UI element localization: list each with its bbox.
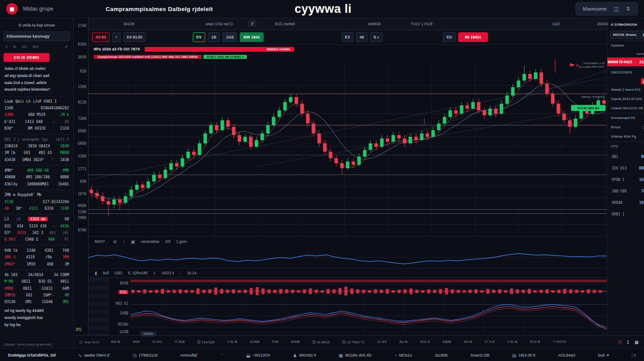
price-alert-banner[interactable]: M0M8 f3-942321/08: [607, 58, 644, 66]
table-row[interactable]: 4M00O811G1013G4M: [4, 285, 70, 292]
toolbar-button[interactable]: E3: [341, 32, 353, 42]
footer-item[interactable]: Suwc9./2B: [470, 353, 489, 357]
panel-icon[interactable]: ▣: [131, 239, 135, 244]
toolbar-button[interactable]: X3 93: [92, 32, 110, 42]
time-axis-label[interactable]: ** FOTO: [553, 340, 567, 345]
tool-row[interactable]: 13aw8 Gb/13137-98◫: [607, 104, 644, 113]
time-axis-label[interactable]: Ⓞ 11 A919: [312, 340, 330, 345]
toolbar-button[interactable]: 95 19411: [458, 32, 488, 42]
table-row[interactable]: O3*4334342 3#4||#|: [4, 229, 70, 236]
grid-red-icon[interactable]: ▦: [641, 78, 644, 84]
time-axis-label[interactable]: 57/2 B: [530, 340, 540, 345]
footer-item[interactable]: ◳(7/M01119: [133, 353, 157, 358]
indicator1-name[interactable]: MOO* .: [95, 239, 107, 244]
table-row[interactable]: b'421C413 O40—AV: [4, 118, 70, 125]
footer-item[interactable]: ▤18(4.00 8: [512, 353, 535, 358]
sidebar-search-input[interactable]: Edsavwannas kanzvagy: [4, 31, 70, 41]
brand-logo-icon[interactable]: ▦: [6, 3, 18, 15]
footer-item[interactable]: ⬓~9O13OV: [246, 353, 271, 358]
time-axis-label[interactable]: 11 9/4: [377, 340, 387, 345]
rsi-line-chart[interactable]: [88, 247, 607, 268]
sidebar-filter-row[interactable]: CIb201600➚: [4, 42, 70, 51]
time-axis-label[interactable]: 1 91 B: [507, 340, 517, 345]
tool-row[interactable]: UTU⋮: [607, 141, 644, 151]
time-axis-label[interactable]: Ⓞ 13 7914 71: [342, 340, 364, 345]
tool-row[interactable]: U 1O9bO/9/1GA⟳: [607, 20, 644, 29]
toolbar-button[interactable]: $ ⌕: [370, 32, 383, 42]
table-row[interactable]: 2M0 m Bqygda0' Mb: [4, 192, 70, 198]
indicator2-pane[interactable]: 8UV0U1G9B3 U11V9B4O18bU1VB: [88, 277, 607, 335]
table-row[interactable]: 9314345319 430—443b: [4, 223, 70, 229]
filter-item[interactable]: 600: [33, 45, 38, 49]
macd-chart[interactable]: [130, 278, 607, 335]
tool-row[interactable]: 3awab 2 awva 913◉: [607, 85, 644, 94]
toolbar-button[interactable]: BW 1941: [240, 32, 264, 42]
alert-strip[interactable]: Eqwqbshmqw 14314034 mq4bw4 m43 (13411) 4…: [94, 55, 202, 59]
footer-item[interactable]: Endelgqa GTaOdiPGL GIl: [8, 353, 56, 357]
time-axis-label[interactable]: 11-9/1: [152, 340, 162, 345]
workspace-switcher[interactable]: Mavesome ◫ ⇅: [575, 2, 638, 15]
table-row[interactable]: M M0O811B3O O14811: [4, 278, 70, 285]
table-row[interactable]: 1MM10GO1IbM*-4M: [4, 292, 70, 298]
time-axis-label[interactable]: P49: [272, 340, 278, 345]
tool-row[interactable]: Vdwhar 8/94 Pg◷: [607, 132, 644, 141]
footer-item[interactable]: | 9: [632, 353, 636, 357]
table-row[interactable]: 4M0*400 G06 G04M8: [4, 167, 70, 173]
candlestick-chart[interactable]: TAVA/MaM81 L4 4bMy auadas MM9 4bF9*.EBMq…: [88, 60, 607, 236]
tool-row[interactable]: Gysawa1: [607, 40, 644, 50]
table-row[interactable]: B 993C948 E904Pl: [4, 236, 70, 243]
table-row[interactable]: 4030*411163103109: [4, 205, 70, 211]
timer-icon[interactable]: ◔: [123, 239, 125, 244]
table-row[interactable]: Laab Qmii Lh iJvP G981 I: [4, 98, 70, 104]
scale-toggle[interactable]: 1: [627, 340, 629, 345]
table-row[interactable]: B38*BM 49326C324: [4, 125, 70, 132]
footer-item[interactable]: ⌃: [220, 353, 224, 357]
time-axis-tab[interactable]: GIVEN: [140, 331, 156, 336]
time-axis-label[interactable]: 1 91 B: [227, 340, 237, 345]
caret-down-icon[interactable]: ▾: [607, 353, 609, 357]
table-row[interactable]: 3384243010 G04243848: [4, 142, 70, 149]
time-axis-label[interactable]: AU B: [399, 340, 408, 345]
tool-row[interactable]: Gqvna 3231 8713/9▤: [607, 94, 644, 104]
time-axis-label[interactable]: 4/09: [133, 340, 140, 345]
footer-item[interactable]: ∿awdat OMAI E: [78, 353, 110, 358]
footer-item[interactable]: bud▾: [598, 353, 609, 357]
watchlist-search[interactable]: M0OW. Braws▣: [610, 31, 644, 39]
table-row[interactable]: O01 3 j unavqado 1gvcbll.f: [4, 136, 70, 142]
table-row[interactable]: 43438GM04 3024**1838: [4, 156, 70, 163]
tune-icon[interactable]: ⇅: [626, 6, 630, 12]
table-row[interactable]: 43bl4y1000000M011b401: [4, 180, 70, 187]
price-axis[interactable]: 1740816030409201390811073006900680043001…: [74, 18, 88, 335]
filter-item[interactable]: ➚: [65, 44, 68, 49]
table-row[interactable]: 4M84*1M194O01M: [4, 261, 70, 267]
toolbar-button[interactable]: EV: [193, 32, 205, 42]
table-row[interactable]: 3M lbG91#01 43M88B: [4, 150, 70, 156]
time-axis-label[interactable]: 409 B: [111, 340, 120, 345]
time-axis-label[interactable]: Ⓞ 114/11B: [197, 340, 215, 345]
footer-item[interactable]: AOL84aS: [558, 353, 575, 357]
time-axis-label[interactable]: IT 618: [175, 340, 185, 345]
table-row[interactable]: 4b 10334/40143d CO0M: [4, 271, 70, 278]
table-row[interactable]: 4110G17-01143204: [4, 198, 70, 205]
time-axis-label[interactable]: 17 9 8: [485, 340, 494, 345]
time-axis-label[interactable]: 4/9 B: [464, 340, 472, 345]
footer-item[interactable]: Ammuflať: [180, 353, 197, 357]
toolbar-button[interactable]: 1G5: [222, 32, 237, 42]
table-row[interactable]: O3130GM1116403M1: [4, 299, 70, 305]
time-axis[interactable]: GIVEN ◳Baa NO0409 B4/0911-9/1IT 618Ⓞ 114…: [74, 335, 644, 348]
table-row[interactable]: 43M0400 M529/M b: [4, 111, 70, 118]
screenshot-icon[interactable]: ⎙: [618, 339, 621, 345]
table-row[interactable]: 400004M3 100/1800000: [4, 174, 70, 180]
panels-icon[interactable]: ◫: [614, 6, 619, 12]
filter-item[interactable]: Ib: [13, 45, 16, 49]
demo-button[interactable]: CH IS DEMO: [4, 53, 50, 62]
time-axis-label[interactable]: I1Ob5: [250, 340, 260, 345]
calendar-icon[interactable]: ▦: [635, 340, 639, 345]
alert-badge[interactable]: GT34 1 O431 9M 14 M431 4: [203, 55, 247, 59]
plus-circle-icon[interactable]: ⊕: [113, 239, 116, 244]
table-row[interactable]: 948 lb13484381748: [4, 247, 70, 253]
footer-item[interactable]: ♟60O4SI 0: [293, 353, 316, 358]
table-row[interactable]: 4M8 44319/9b1M9: [4, 254, 70, 261]
table-row[interactable]: L3|44364 mm-O8: [4, 216, 70, 223]
filter-item[interactable]: 201: [21, 45, 27, 49]
